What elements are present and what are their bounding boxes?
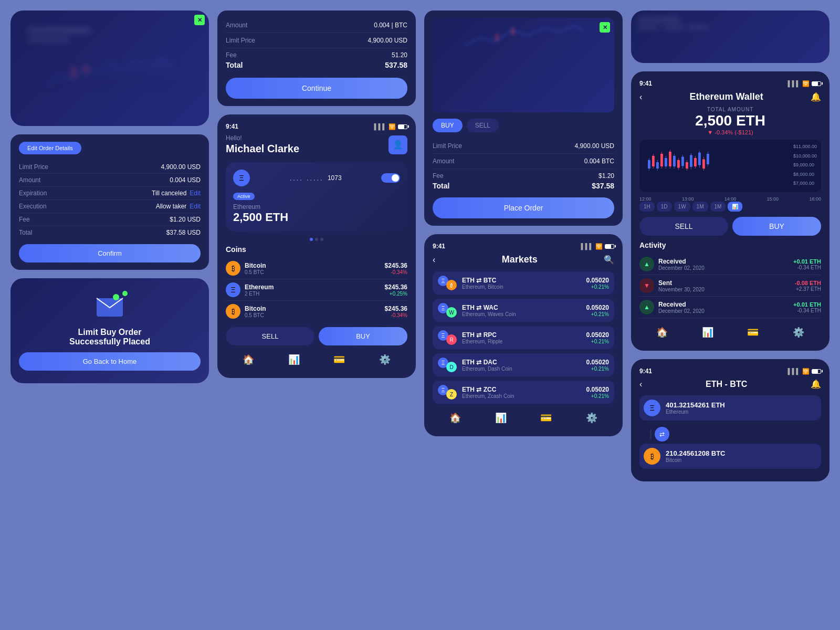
eth-wallet-nav-transfer-icon[interactable]: 💳 xyxy=(747,327,759,338)
markets-search-button[interactable]: 🔍 xyxy=(604,255,614,265)
activity-row-received-1[interactable]: ▲ Received December 02, 2020 +0.01 ETH -… xyxy=(639,254,821,275)
status-bar-markets: 9:41 ▌▌▌ 🛜 xyxy=(433,243,614,250)
timeline-btc-sub: Bitcoin xyxy=(666,457,817,463)
time-tab-1m-1[interactable]: 1M xyxy=(692,202,708,212)
buy-tab-button[interactable]: BUY xyxy=(433,119,463,132)
x-label-5: 16:00 xyxy=(809,196,821,202)
market-pair-label-eth-zcc: ETH ⇄ ZCC xyxy=(462,386,586,393)
eth-btc-title: ETH - BTC xyxy=(706,380,747,389)
markets-battery-icon xyxy=(605,244,614,249)
nav-settings-icon[interactable]: ⚙️ xyxy=(379,354,391,365)
activity-row-sent[interactable]: ▼ Sent November 30, 2020 -0.08 ETH +2.37… xyxy=(639,275,821,297)
expiration-edit-link[interactable]: Edit xyxy=(190,190,201,197)
markets-nav-home-icon[interactable]: 🏠 xyxy=(449,412,461,424)
execution-edit-link[interactable]: Edit xyxy=(190,203,201,210)
market-sub-eth-zcc: Ethereum, Zcash Coin xyxy=(462,393,586,399)
wallet-sell-button[interactable]: SELL xyxy=(226,327,314,345)
detail-value-amount: 0.004 USD xyxy=(170,176,201,184)
sell-tab-button[interactable]: SELL xyxy=(467,119,499,132)
time-tab-1m-2[interactable]: 1M xyxy=(710,202,726,212)
battery-icon xyxy=(398,124,407,129)
confirm-button[interactable]: Confirm xyxy=(19,244,201,262)
wallet-buy-button[interactable]: BUY xyxy=(319,327,407,345)
market-row-eth-zcc[interactable]: Ξ Z ETH ⇄ ZCC Ethereum, Zcash Coin 0.050… xyxy=(433,381,614,404)
timeline-item-btc[interactable]: ₿ 210.24561208 BTC Bitcoin xyxy=(639,444,821,469)
markets-back-button[interactable]: ‹ xyxy=(433,255,435,265)
eth-wallet-nav-chart-icon[interactable]: 📊 xyxy=(702,327,713,338)
svg-rect-1 xyxy=(85,65,88,74)
nav-chart-icon[interactable]: 📊 xyxy=(288,354,300,365)
market-row-eth-rpc[interactable]: Ξ R ETH ⇄ RPC Ethereum, Ripple 0.05020 +… xyxy=(433,326,614,349)
wallet-coin-amount: 2,500 ETH xyxy=(233,211,400,224)
eth-btc-signal-icon: ▌▌▌ xyxy=(788,368,800,374)
coin-row-btc-2[interactable]: ₿ Bitcoin 0.5 BTC $245.36 -0.34% xyxy=(226,301,407,322)
detail-label-total: Total xyxy=(19,229,32,236)
continue-button[interactable]: Continue xyxy=(226,78,407,99)
eth-wallet-title: Ethereum Wallet xyxy=(689,91,763,102)
eth-wallet-buy-button[interactable]: BUY xyxy=(732,217,821,236)
x-label-3: 14:00 xyxy=(724,196,737,202)
market-row-eth-btc[interactable]: Ξ ₿ ETH ⇄ BTC Ethereum, Bitcoin 0.05020 … xyxy=(433,271,614,295)
eth-wallet-chart: $11,000.00 $10,000.00 $9,000.00 $8,000.0… xyxy=(639,140,821,192)
market-rows-container: Ξ ₿ ETH ⇄ BTC Ethereum, Bitcoin 0.05020 … xyxy=(433,271,614,404)
market-change-eth-rpc: +0.21% xyxy=(586,339,609,344)
market-pair-icon-eth-wac: Ξ W xyxy=(438,303,457,318)
total2-section-value: $37.58 xyxy=(592,182,614,190)
eth-wallet-nav-home-icon[interactable]: 🏠 xyxy=(656,327,668,338)
market-pair-icon-eth-rpc: Ξ R xyxy=(438,330,457,345)
eth-wallet-sell-button[interactable]: SELL xyxy=(639,217,728,236)
market-row-eth-dac[interactable]: Ξ D ETH ⇄ DAC Ethereum, Dash Coin 0.0502… xyxy=(433,353,614,376)
fee2-label-amount: Amount xyxy=(433,158,454,165)
nav-home-icon[interactable]: 🏠 xyxy=(243,354,254,365)
eth-btc-back-button[interactable]: ‹ xyxy=(639,380,642,389)
close-badge-2[interactable]: ✕ xyxy=(600,22,610,33)
received-icon-2: ▲ xyxy=(639,300,654,314)
market-change-eth-dac: +0.21% xyxy=(586,366,609,372)
success-title: Limit Buy Order xyxy=(78,328,142,337)
nav-transfer-icon[interactable]: 💳 xyxy=(333,354,345,365)
activity-date-sent: November 30, 2020 xyxy=(658,287,795,292)
go-home-button[interactable]: Go Back to Home xyxy=(19,352,201,371)
eth-wallet-back-button[interactable]: ‹ xyxy=(639,92,642,102)
eth-btc-bell-icon[interactable]: 🔔 xyxy=(811,379,821,389)
amount-neg-sent: -0.08 ETH xyxy=(795,280,821,286)
dot-1 xyxy=(310,238,313,241)
market-pair-label-eth-wac: ETH ⇄ WAC xyxy=(462,304,586,311)
coin-row-btc-1[interactable]: ₿ Bitcoin 0.5 BTC $245.36 -0.34% xyxy=(226,258,407,279)
coin-row-eth[interactable]: Ξ Ethereum 2 ETH $245.36 +0.25% xyxy=(226,279,407,301)
detail-row-limit-price: Limit Price 4,900.00 USD xyxy=(19,161,201,174)
activity-amount-received-1: +0.01 ETH -0.34 ETH xyxy=(793,258,821,270)
status-bar-eth-wallet: 9:41 ▌▌▌ 🛜 xyxy=(639,80,821,87)
timeline-btc-icon: ₿ xyxy=(644,448,660,465)
detail-label-expiration: Expiration xyxy=(19,190,47,197)
close-badge-1[interactable]: ✕ xyxy=(194,15,205,25)
svg-point-3 xyxy=(113,294,119,300)
coin-sub-btc-1: 0.5 BTC xyxy=(245,269,266,275)
activity-row-received-2[interactable]: ▲ Received December 02, 2020 +0.01 ETH -… xyxy=(639,297,821,318)
eth-change-value: ▼ -0.34% (-$121) xyxy=(639,129,821,135)
markets-nav-settings-icon[interactable]: ⚙️ xyxy=(586,412,597,424)
time-tab-chart[interactable]: 📊 xyxy=(728,202,742,212)
market-row-eth-wac[interactable]: Ξ W ETH ⇄ WAC Ethereum, Waves Coin 0.050… xyxy=(433,299,614,322)
place-order-button[interactable]: Place Order xyxy=(433,197,614,218)
time-tab-1w[interactable]: 1W xyxy=(674,202,690,212)
markets-title: Markets xyxy=(502,254,538,265)
wallet-btn-row: SELL BUY xyxy=(226,327,407,345)
detail-row-total: Total $37.58 USD xyxy=(19,226,201,239)
market-pair-icon-eth-zcc: Ξ Z xyxy=(438,385,457,400)
card-dots: .... ..... xyxy=(289,173,323,183)
coin-sub-eth: 2 ETH xyxy=(245,291,274,297)
markets-nav-chart-icon[interactable]: 📊 xyxy=(495,412,507,424)
edit-order-button[interactable]: Edit Order Details xyxy=(19,142,81,154)
eth-wallet-bell-icon[interactable]: 🔔 xyxy=(811,92,821,102)
time-tab-1h[interactable]: 1H xyxy=(639,202,655,212)
eth-wallet-nav-settings-icon[interactable]: ⚙️ xyxy=(793,327,804,338)
timeline-item-eth[interactable]: Ξ 401.32154261 ETH Ethereum xyxy=(639,395,821,421)
detail-label-amount: Amount xyxy=(19,176,40,184)
market-info-eth-dac: ETH ⇄ DAC Ethereum, Dash Coin xyxy=(462,359,586,372)
markets-nav-transfer-icon[interactable]: 💳 xyxy=(540,412,552,424)
total-section-label: Total xyxy=(226,61,243,69)
time-tab-1d[interactable]: 1D xyxy=(657,202,672,212)
eth-icon-sm: Ξ xyxy=(226,282,240,297)
toggle-switch[interactable] xyxy=(381,173,400,183)
